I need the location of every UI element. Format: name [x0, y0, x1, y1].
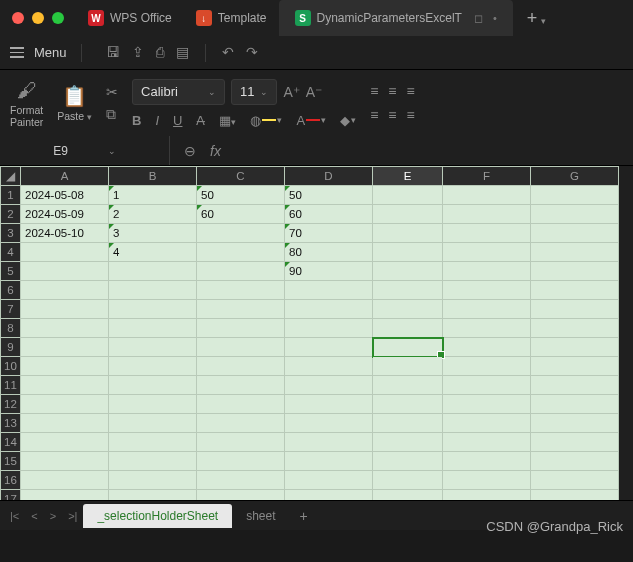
col-header-A[interactable]: A	[21, 167, 109, 186]
cell-E6[interactable]	[373, 281, 443, 300]
save-icon[interactable]: 🖫	[106, 44, 120, 62]
cell-C15[interactable]	[197, 452, 285, 471]
cell-D12[interactable]	[285, 395, 373, 414]
align-bottom-icon[interactable]: ≡	[406, 83, 414, 99]
cell-C6[interactable]	[197, 281, 285, 300]
row-header-2[interactable]: 2	[1, 205, 21, 224]
cell-E17[interactable]	[373, 490, 443, 501]
cell-B13[interactable]	[109, 414, 197, 433]
cell-C10[interactable]	[197, 357, 285, 376]
italic-icon[interactable]: I	[155, 113, 159, 128]
sheet-nav-next[interactable]: >	[44, 510, 62, 522]
format-painter-group[interactable]: 🖌 Format Painter	[10, 79, 43, 128]
cell-F6[interactable]	[443, 281, 531, 300]
copy-icon[interactable]: ⧉	[106, 106, 118, 123]
cell-C17[interactable]	[197, 490, 285, 501]
row-header-14[interactable]: 14	[1, 433, 21, 452]
cell-F2[interactable]	[443, 205, 531, 224]
cell-E9[interactable]	[373, 338, 443, 357]
cell-B1[interactable]: 1	[109, 186, 197, 205]
cell-C2[interactable]: 60	[197, 205, 285, 224]
export-icon[interactable]: ⇪	[132, 44, 144, 62]
menu-button[interactable]: Menu	[34, 45, 67, 60]
cell-F12[interactable]	[443, 395, 531, 414]
cell-F7[interactable]	[443, 300, 531, 319]
cell-A2[interactable]: 2024-05-09	[21, 205, 109, 224]
bold-icon[interactable]: B	[132, 113, 141, 128]
cell-A11[interactable]	[21, 376, 109, 395]
cell-G7[interactable]	[531, 300, 619, 319]
cell-E8[interactable]	[373, 319, 443, 338]
cell-D9[interactable]	[285, 338, 373, 357]
cell-D17[interactable]	[285, 490, 373, 501]
name-box[interactable]: E9 ⌄	[0, 136, 170, 165]
select-all-corner[interactable]: ◢	[1, 167, 21, 186]
cell-A1[interactable]: 2024-05-08	[21, 186, 109, 205]
row-header-15[interactable]: 15	[1, 452, 21, 471]
hamburger-icon[interactable]	[10, 47, 24, 58]
tab-home[interactable]: W WPS Office	[76, 0, 184, 36]
cell-G8[interactable]	[531, 319, 619, 338]
sheet-tab-selectionholder[interactable]: _selectionHolderSheet	[83, 504, 232, 528]
cell-A5[interactable]	[21, 262, 109, 281]
cell-E12[interactable]	[373, 395, 443, 414]
minimize-window-button[interactable]	[32, 12, 44, 24]
window-icon[interactable]: ◻	[474, 12, 483, 25]
cell-G10[interactable]	[531, 357, 619, 376]
new-tab-button[interactable]: +▾	[513, 8, 561, 29]
cell-G5[interactable]	[531, 262, 619, 281]
cell-E16[interactable]	[373, 471, 443, 490]
col-header-C[interactable]: C	[197, 167, 285, 186]
align-center-icon[interactable]: ≡	[388, 107, 396, 123]
row-header-4[interactable]: 4	[1, 243, 21, 262]
redo-icon[interactable]: ↷	[246, 44, 258, 62]
cell-B6[interactable]	[109, 281, 197, 300]
cell-F16[interactable]	[443, 471, 531, 490]
cell-G6[interactable]	[531, 281, 619, 300]
cell-B4[interactable]: 4	[109, 243, 197, 262]
row-header-3[interactable]: 3	[1, 224, 21, 243]
cell-D16[interactable]	[285, 471, 373, 490]
cell-F3[interactable]	[443, 224, 531, 243]
align-top-icon[interactable]: ≡	[370, 83, 378, 99]
paste-group[interactable]: 📋 Paste ▾	[57, 84, 92, 123]
cell-C14[interactable]	[197, 433, 285, 452]
sheet-nav-first[interactable]: |<	[4, 510, 25, 522]
fx-icon[interactable]: fx	[210, 143, 221, 159]
cell-B2[interactable]: 2	[109, 205, 197, 224]
sheet-nav-prev[interactable]: <	[25, 510, 43, 522]
row-header-13[interactable]: 13	[1, 414, 21, 433]
cell-D4[interactable]: 80	[285, 243, 373, 262]
cell-C3[interactable]	[197, 224, 285, 243]
cell-G14[interactable]	[531, 433, 619, 452]
font-color-button[interactable]: A▾	[296, 113, 326, 128]
cell-F17[interactable]	[443, 490, 531, 501]
row-header-11[interactable]: 11	[1, 376, 21, 395]
cell-A17[interactable]	[21, 490, 109, 501]
cell-F13[interactable]	[443, 414, 531, 433]
add-sheet-button[interactable]: +	[290, 508, 318, 524]
col-header-B[interactable]: B	[109, 167, 197, 186]
cell-B15[interactable]	[109, 452, 197, 471]
sheet-tab-sheet[interactable]: sheet	[232, 504, 289, 528]
tab-document[interactable]: S DynamicParametersExcelT ◻ •	[279, 0, 513, 36]
cell-F10[interactable]	[443, 357, 531, 376]
cell-B3[interactable]: 3	[109, 224, 197, 243]
underline-icon[interactable]: U	[173, 113, 182, 128]
cell-E7[interactable]	[373, 300, 443, 319]
cell-G17[interactable]	[531, 490, 619, 501]
row-header-5[interactable]: 5	[1, 262, 21, 281]
cell-F15[interactable]	[443, 452, 531, 471]
cell-G1[interactable]	[531, 186, 619, 205]
cell-B16[interactable]	[109, 471, 197, 490]
row-header-10[interactable]: 10	[1, 357, 21, 376]
cut-icon[interactable]: ✂	[106, 84, 118, 100]
cell-D11[interactable]	[285, 376, 373, 395]
cell-D6[interactable]	[285, 281, 373, 300]
row-header-8[interactable]: 8	[1, 319, 21, 338]
cell-B7[interactable]	[109, 300, 197, 319]
cell-B10[interactable]	[109, 357, 197, 376]
cell-F11[interactable]	[443, 376, 531, 395]
cell-D1[interactable]: 50	[285, 186, 373, 205]
cell-C12[interactable]	[197, 395, 285, 414]
